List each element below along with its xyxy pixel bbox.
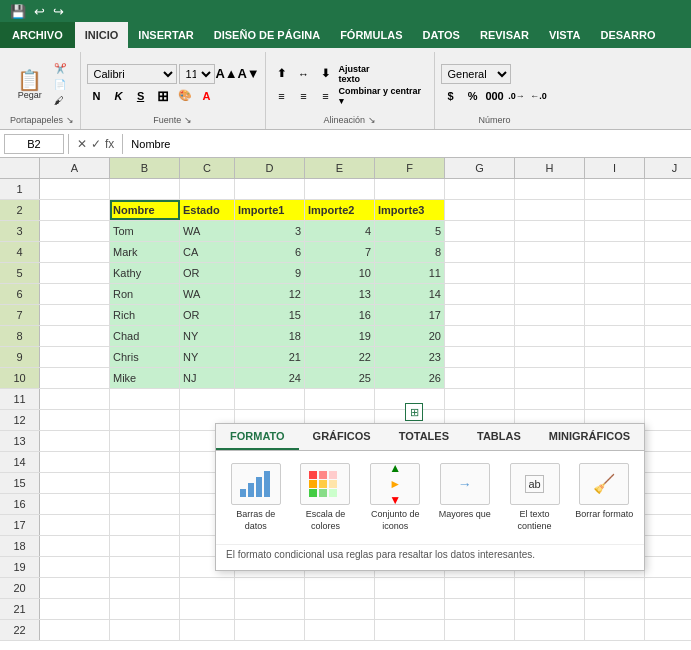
cell-i7[interactable] xyxy=(585,305,645,325)
qa-item-texto[interactable]: ab El texto contiene xyxy=(505,463,565,532)
cell-j9[interactable] xyxy=(645,347,691,367)
cell-c9[interactable]: NY xyxy=(180,347,235,367)
cell-c2[interactable]: Estado xyxy=(180,200,235,220)
formula-input[interactable] xyxy=(127,138,687,150)
cell-j11[interactable] xyxy=(645,389,691,409)
row-header-11[interactable]: 11 xyxy=(0,389,40,409)
cell-f9[interactable]: 23 xyxy=(375,347,445,367)
cell-j4[interactable] xyxy=(645,242,691,262)
cell-b14[interactable] xyxy=(110,452,180,472)
cell-f10[interactable]: 26 xyxy=(375,368,445,388)
cell-b13[interactable] xyxy=(110,431,180,451)
qa-item-mayores[interactable]: → Mayores que xyxy=(435,463,495,532)
fill-color-button[interactable]: 🎨 xyxy=(175,86,195,106)
cell-a8[interactable] xyxy=(40,326,110,346)
row-header-18[interactable]: 18 xyxy=(0,536,40,556)
border-button[interactable]: ⊞ xyxy=(153,86,173,106)
col-header-b[interactable]: B xyxy=(110,158,180,178)
cell-i10[interactable] xyxy=(585,368,645,388)
cell-a7[interactable] xyxy=(40,305,110,325)
cell-g5[interactable] xyxy=(445,263,515,283)
cell-d8[interactable]: 18 xyxy=(235,326,305,346)
quick-analysis-button[interactable]: ⊞ xyxy=(405,403,423,421)
number-format-select[interactable]: General xyxy=(441,64,511,84)
cell-d5[interactable]: 9 xyxy=(235,263,305,283)
align-right-button[interactable]: ≡ xyxy=(316,86,336,106)
italic-button[interactable]: K xyxy=(109,86,129,106)
row-header-20[interactable]: 20 xyxy=(0,578,40,598)
row-header-12[interactable]: 12 xyxy=(0,410,40,430)
cell-e9[interactable]: 22 xyxy=(305,347,375,367)
cell-c11[interactable] xyxy=(180,389,235,409)
cell-j10[interactable] xyxy=(645,368,691,388)
paste-button[interactable]: 📋 Pegar xyxy=(12,67,47,103)
cell-j1[interactable] xyxy=(645,179,691,199)
font-size-select[interactable]: 11 xyxy=(179,64,215,84)
tab-datos[interactable]: DATOS xyxy=(412,22,470,48)
col-header-h[interactable]: H xyxy=(515,158,585,178)
cell-j8[interactable] xyxy=(645,326,691,346)
row-header-15[interactable]: 15 xyxy=(0,473,40,493)
cell-e5[interactable]: 10 xyxy=(305,263,375,283)
cell-b3[interactable]: Tom xyxy=(110,221,180,241)
col-header-g[interactable]: G xyxy=(445,158,515,178)
redo-icon[interactable]: ↪ xyxy=(51,4,66,19)
qa-tab-totales[interactable]: TOTALES xyxy=(385,424,463,450)
cell-h3[interactable] xyxy=(515,221,585,241)
cell-d10[interactable]: 24 xyxy=(235,368,305,388)
cell-i11[interactable] xyxy=(585,389,645,409)
row-header-6[interactable]: 6 xyxy=(0,284,40,304)
cell-e4[interactable]: 7 xyxy=(305,242,375,262)
row-header-17[interactable]: 17 xyxy=(0,515,40,535)
row-header-2[interactable]: 2 xyxy=(0,200,40,220)
tab-archivo[interactable]: ARCHIVO xyxy=(0,22,75,48)
cell-a12[interactable] xyxy=(40,410,110,430)
col-header-c[interactable]: C xyxy=(180,158,235,178)
qa-tab-formato[interactable]: FORMATO xyxy=(216,424,299,450)
cancel-formula-icon[interactable]: ✕ xyxy=(77,137,87,151)
cell-e10[interactable]: 25 xyxy=(305,368,375,388)
cell-h6[interactable] xyxy=(515,284,585,304)
cell-h4[interactable] xyxy=(515,242,585,262)
cell-h8[interactable] xyxy=(515,326,585,346)
cell-f3[interactable]: 5 xyxy=(375,221,445,241)
cell-f5[interactable]: 11 xyxy=(375,263,445,283)
row-header-13[interactable]: 13 xyxy=(0,431,40,451)
cell-h1[interactable] xyxy=(515,179,585,199)
align-left-button[interactable]: ≡ xyxy=(272,86,292,106)
merge-center-button[interactable]: Combinar y centrar ▾ xyxy=(338,86,428,106)
cell-a1[interactable] xyxy=(40,179,110,199)
cell-e8[interactable]: 19 xyxy=(305,326,375,346)
cell-d4[interactable]: 6 xyxy=(235,242,305,262)
tab-revisar[interactable]: REVISAR xyxy=(470,22,539,48)
cell-g10[interactable] xyxy=(445,368,515,388)
row-header-5[interactable]: 5 xyxy=(0,263,40,283)
cell-j7[interactable] xyxy=(645,305,691,325)
cell-c8[interactable]: NY xyxy=(180,326,235,346)
cell-j13[interactable] xyxy=(645,431,691,451)
cell-a3[interactable] xyxy=(40,221,110,241)
cell-j14[interactable] xyxy=(645,452,691,472)
row-header-21[interactable]: 21 xyxy=(0,599,40,619)
cell-reference-box[interactable] xyxy=(4,134,64,154)
cell-b11[interactable] xyxy=(110,389,180,409)
cell-h9[interactable] xyxy=(515,347,585,367)
cell-b9[interactable]: Chris xyxy=(110,347,180,367)
align-bottom-button[interactable]: ⬇ xyxy=(316,64,336,84)
row-header-8[interactable]: 8 xyxy=(0,326,40,346)
wrap-text-button[interactable]: Ajustar texto xyxy=(338,64,393,84)
cell-i3[interactable] xyxy=(585,221,645,241)
qa-item-iconos[interactable]: ▲ ► ▼ Conjunto de iconos xyxy=(365,463,425,532)
tab-desarro[interactable]: DESARRO xyxy=(590,22,665,48)
bold-button[interactable]: N xyxy=(87,86,107,106)
cell-a2[interactable] xyxy=(40,200,110,220)
copy-button[interactable]: 📄 xyxy=(49,77,71,92)
cell-d3[interactable]: 3 xyxy=(235,221,305,241)
cell-h11[interactable] xyxy=(515,389,585,409)
cell-j3[interactable] xyxy=(645,221,691,241)
cell-c4[interactable]: CA xyxy=(180,242,235,262)
cell-d1[interactable] xyxy=(235,179,305,199)
qa-tab-minigrafico[interactable]: MINIGRÁFICOS xyxy=(535,424,644,450)
cell-h7[interactable] xyxy=(515,305,585,325)
cell-d6[interactable]: 12 xyxy=(235,284,305,304)
